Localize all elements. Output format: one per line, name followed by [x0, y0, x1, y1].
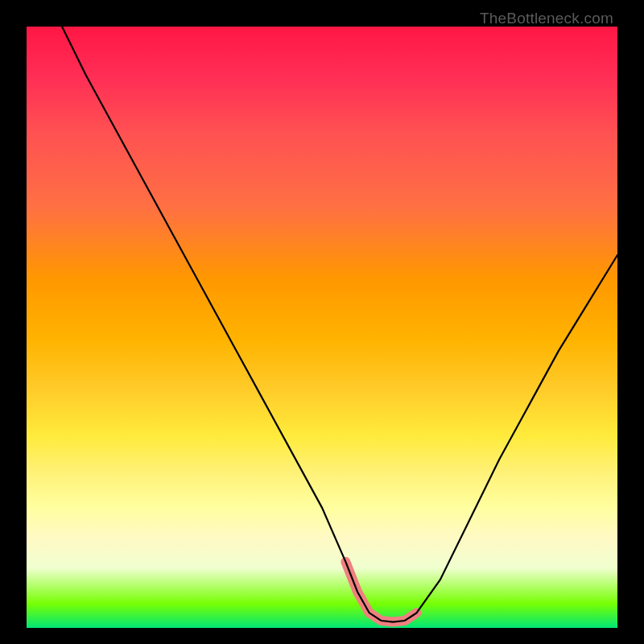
chart-svg	[27, 27, 617, 628]
plot-area	[27, 27, 617, 628]
bottleneck-curve-path	[62, 27, 617, 622]
highlight-band-path	[345, 562, 416, 622]
attribution-text: TheBottleneck.com	[480, 10, 613, 27]
chart-container: TheBottleneck.com	[0, 0, 644, 644]
